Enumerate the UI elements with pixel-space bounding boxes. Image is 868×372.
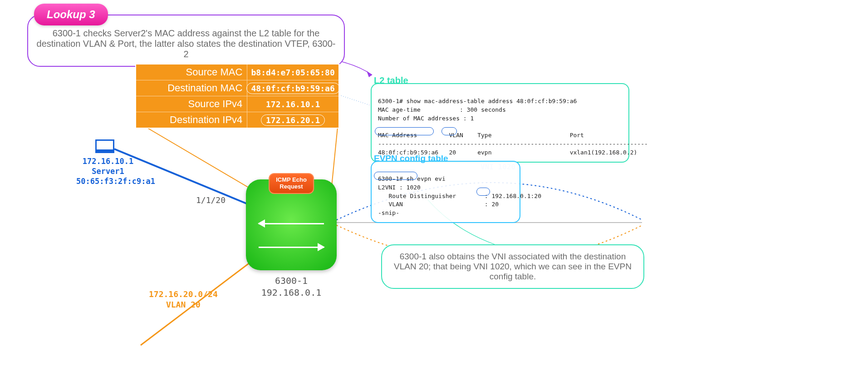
l2-table-title: L2 table xyxy=(374,75,408,86)
vni-note: 6300-1 also obtains the VNI associated w… xyxy=(381,244,644,289)
packet-row-srcmac: Source MAC b8:d4:e7:05:65:80 xyxy=(136,64,338,80)
server1-name: Server1 xyxy=(76,166,140,176)
packet-key: Source IPv4 xyxy=(136,96,247,112)
switch-6300-1-icon: ICMP Echo Request xyxy=(246,179,337,270)
packet-row-dstmac: Destination MAC 48:0f:cf:b9:59:a6 xyxy=(136,80,338,96)
icmp-echo-badge: ICMP Echo Request xyxy=(269,173,314,194)
evpn-table-output: 6300-1# sh evpn evi L2VNI : 1020 Route D… xyxy=(371,161,520,223)
switch-ip: 192.168.0.1 xyxy=(246,287,337,298)
packet-row-dstip: Destination IPv4 172.16.20.1 xyxy=(136,112,338,128)
port-label: 1/1/20 xyxy=(196,195,226,205)
svg-line-2 xyxy=(331,123,338,191)
packet-val: b8:d4:e7:05:65:80 xyxy=(247,64,338,80)
server1-icon xyxy=(95,139,114,153)
server1-label: 172.16.10.1 Server1 50:65:f3:2f:c9:a1 xyxy=(76,156,140,186)
vlan20-subnet: 172.16.20.0/24 xyxy=(149,289,218,299)
server1-mac: 50:65:f3:2f:c9:a1 xyxy=(76,176,140,186)
switch-name: 6300-1 xyxy=(246,275,337,287)
vlan20-label: 172.16.20.0/24 VLAN 20 xyxy=(149,289,218,310)
svg-marker-5 xyxy=(367,71,372,77)
vlan20-name: VLAN 20 xyxy=(149,299,218,310)
packet-header-table: Source MAC b8:d4:e7:05:65:80 Destination… xyxy=(135,64,339,129)
packet-key: Destination MAC xyxy=(136,80,247,96)
packet-val: 48:0f:cf:b9:59:a6 xyxy=(247,80,338,96)
server1-ip: 172.16.10.1 xyxy=(76,156,140,166)
lookup-badge: Lookup 3 xyxy=(34,4,108,25)
packet-key: Destination IPv4 xyxy=(136,112,247,128)
packet-val: 172.16.10.1 xyxy=(247,96,338,112)
svg-line-1 xyxy=(138,123,254,191)
packet-val: 172.16.20.1 xyxy=(247,112,338,128)
l2-table-output: 6300-1# show mac-address-table address 4… xyxy=(371,83,629,163)
packet-row-srcip: Source IPv4 172.16.10.1 xyxy=(136,96,338,112)
packet-key: Source MAC xyxy=(136,64,247,80)
evpn-table-title: EVPN config table xyxy=(374,154,448,164)
switch-label: 6300-1 192.168.0.1 xyxy=(246,275,337,298)
